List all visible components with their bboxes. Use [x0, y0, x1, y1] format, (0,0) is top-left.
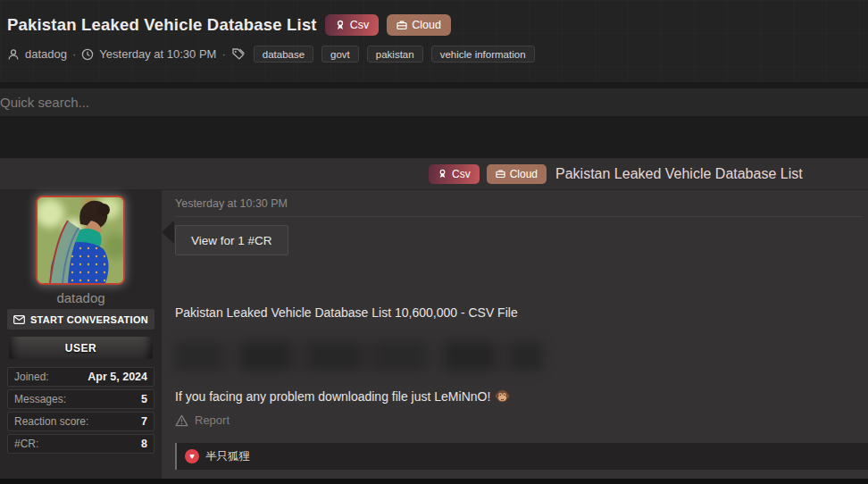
award-icon — [335, 20, 346, 30]
cloud-badge-label: Cloud — [510, 168, 538, 180]
start-conversation-button[interactable]: START CONVERSATION — [7, 309, 154, 330]
reaction-bar[interactable]: ♥ 半只狐狸 — [175, 443, 868, 470]
tag-pakistan[interactable]: pakistan — [367, 46, 423, 63]
message-arrow — [162, 221, 174, 244]
cloud-badge[interactable]: Cloud — [487, 164, 547, 184]
start-conversation-label: START CONVERSATION — [30, 314, 148, 325]
tag-govt[interactable]: govt — [321, 46, 359, 63]
stat-messages: Messages: 5 — [7, 389, 154, 409]
cloud-badge-label: Cloud — [412, 19, 441, 31]
award-icon — [438, 169, 447, 179]
csv-badge[interactable]: Csv — [429, 164, 480, 184]
post-help-line: If you facing any problem downloading fi… — [175, 388, 510, 404]
cloud-badge[interactable]: Cloud — [387, 14, 451, 36]
stat-joined: Joined: Apr 5, 2024 — [7, 367, 154, 387]
search-input[interactable] — [0, 88, 868, 116]
tag-database[interactable]: database — [254, 46, 313, 63]
thread-meta-row: datadog · Yesterday at 10:30 PM · databa… — [7, 46, 535, 63]
stat-cr: #CR: 8 — [7, 434, 154, 454]
quick-search-bar — [0, 88, 868, 116]
tags-icon — [231, 47, 246, 61]
briefcase-icon — [496, 169, 505, 179]
title-row: Pakistan Leaked Vehicle Database List Cs… — [7, 14, 451, 36]
monkey-face-icon — [495, 388, 510, 404]
post-text-line: Pakistan Leaked Vehicle Database List 10… — [175, 305, 518, 320]
author-sidebar: datadog START CONVERSATION USER Joined: … — [0, 190, 162, 479]
csv-badge[interactable]: Csv — [325, 14, 380, 36]
avatar[interactable] — [36, 196, 125, 285]
csv-badge-label: Csv — [350, 19, 370, 31]
header-divider — [0, 82, 868, 88]
heart-reaction-icon: ♥ — [185, 449, 199, 463]
spacer-band — [0, 116, 868, 158]
report-label: Report — [195, 413, 230, 427]
forum-thread-page: Pakistan Leaked Vehicle Database List Cs… — [0, 0, 868, 484]
user-role-banner: USER — [9, 337, 153, 359]
separator: · — [72, 47, 76, 61]
sidebar-username: datadog — [0, 290, 162, 305]
avatar-image — [38, 197, 123, 283]
separator: · — [221, 47, 225, 61]
thread-timestamp[interactable]: Yesterday at 10:30 PM — [99, 47, 216, 61]
report-link[interactable]: Report — [175, 413, 230, 427]
reaction-user-names[interactable]: 半只狐狸 — [205, 449, 250, 464]
page-header: Pakistan Leaked Vehicle Database List Cs… — [0, 0, 868, 82]
thread-header: Csv Cloud Pakistan Leaked Vehicle Databa… — [0, 158, 868, 190]
warning-icon — [175, 414, 188, 427]
view-for-cr-button[interactable]: View for 1 #CR — [175, 225, 288, 255]
envelope-icon — [13, 315, 25, 324]
author-link[interactable]: datadog — [25, 47, 67, 61]
user-icon — [7, 48, 20, 61]
clock-icon — [81, 48, 94, 61]
content-area: Csv Cloud Pakistan Leaked Vehicle Databa… — [0, 158, 868, 484]
post-timestamp[interactable]: Yesterday at 10:30 PM — [175, 197, 863, 217]
censored-content-block — [175, 342, 543, 371]
thread-title: Pakistan Leaked Vehicle Database List — [555, 166, 803, 182]
csv-badge-label: Csv — [452, 168, 471, 180]
post-body: Yesterday at 10:30 PM View for 1 #CR Pak… — [162, 190, 868, 479]
user-stats: Joined: Apr 5, 2024 Messages: 5 Reaction… — [7, 367, 154, 454]
page-title: Pakistan Leaked Vehicle Database List — [7, 15, 317, 35]
bottom-divider — [0, 479, 868, 484]
tag-vehicle-information[interactable]: vehicle information — [431, 46, 535, 63]
stat-reaction-score: Reaction score: 7 — [7, 412, 154, 431]
briefcase-icon — [396, 20, 407, 30]
